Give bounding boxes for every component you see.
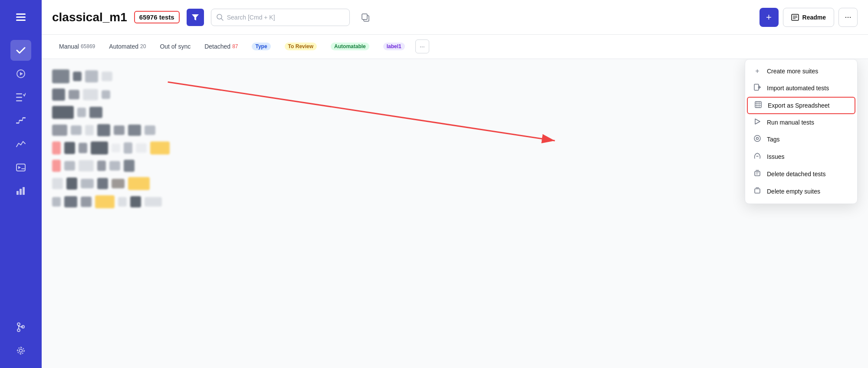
main-content: classical_m1 65976 tests Search [Cmd + K…	[42, 0, 868, 368]
import-tests-item[interactable]: Import automated tests	[745, 79, 857, 97]
tab-more[interactable]: ···	[412, 35, 433, 59]
copy-button[interactable]	[357, 9, 374, 26]
tags-item[interactable]: Tags	[745, 131, 857, 148]
svg-rect-10	[23, 117, 26, 118]
delete-empty-icon	[753, 187, 762, 196]
svg-rect-7	[16, 100, 22, 102]
chart-icon[interactable]	[10, 181, 31, 201]
steps-icon[interactable]	[10, 110, 31, 131]
spreadsheet-icon	[754, 101, 763, 110]
readme-label: Readme	[802, 14, 826, 21]
delete-empty-item[interactable]: Delete empty suites	[745, 183, 857, 200]
svg-rect-6	[16, 97, 22, 98]
search-placeholder: Search [Cmd + K]	[227, 14, 275, 21]
readme-button[interactable]: Readme	[783, 8, 834, 27]
svg-rect-29	[362, 14, 367, 20]
svg-point-20	[17, 329, 20, 332]
content-row	[52, 195, 858, 208]
tabs-bar: Manual 65869 Automated 20 Out of sync De…	[42, 35, 868, 59]
content-row	[52, 89, 858, 101]
play-icon[interactable]	[10, 63, 31, 84]
svg-rect-17	[20, 189, 22, 195]
svg-rect-49	[755, 189, 760, 193]
svg-rect-1	[16, 16, 26, 18]
tab-automated[interactable]: Automated 20	[102, 35, 153, 59]
content-area: + Create more suites Import automated te…	[42, 59, 868, 368]
content-row	[52, 106, 858, 119]
tab-detached[interactable]: Detached 87	[197, 35, 245, 59]
svg-rect-36	[755, 102, 761, 108]
plus-icon: +	[753, 67, 762, 75]
sidebar	[0, 0, 42, 368]
svg-rect-8	[16, 122, 19, 124]
terminal-icon[interactable]	[10, 157, 31, 178]
tab-manual[interactable]: Manual 65869	[52, 35, 102, 59]
issues-item[interactable]: Issues	[745, 148, 857, 165]
tab-label1[interactable]: label1	[376, 35, 412, 59]
analytics-icon[interactable]	[10, 134, 31, 154]
check-icon[interactable]	[10, 40, 31, 61]
branch-icon[interactable]	[10, 317, 31, 338]
export-spreadsheet-item[interactable]: Export as Spreadsheet	[747, 97, 855, 114]
add-button[interactable]: +	[760, 8, 779, 27]
content-row	[52, 141, 858, 154]
menu-icon[interactable]	[10, 7, 31, 28]
tab-type[interactable]: Type	[245, 35, 277, 59]
content-row	[52, 69, 858, 83]
blurred-content	[42, 59, 868, 219]
svg-rect-16	[16, 191, 19, 195]
list-check-icon[interactable]	[10, 87, 31, 108]
content-row	[52, 160, 858, 172]
tab-automatable[interactable]: Automatable	[324, 35, 376, 59]
svg-line-27	[221, 18, 223, 20]
svg-point-43	[756, 138, 759, 140]
svg-marker-4	[20, 72, 23, 76]
delete-detached-icon	[753, 170, 762, 178]
svg-rect-18	[23, 187, 25, 195]
content-row	[52, 124, 858, 136]
content-row	[52, 177, 858, 190]
project-title: classical_m1	[52, 10, 127, 24]
svg-rect-45	[755, 171, 760, 176]
issues-icon	[753, 152, 762, 161]
svg-point-42	[754, 135, 760, 141]
dropdown-menu: + Create more suites Import automated te…	[745, 59, 858, 204]
svg-rect-9	[19, 120, 23, 121]
tab-to-review[interactable]: To Review	[278, 35, 324, 59]
svg-marker-25	[192, 14, 199, 20]
svg-rect-5	[16, 93, 22, 95]
svg-point-24	[18, 348, 24, 354]
test-count-badge[interactable]: 65976 tests	[134, 11, 180, 23]
header-actions: + Readme ···	[760, 8, 858, 27]
tab-out-of-sync[interactable]: Out of sync	[153, 35, 197, 59]
svg-rect-0	[16, 13, 26, 15]
more-button[interactable]: ···	[838, 8, 858, 27]
svg-marker-14	[18, 166, 21, 169]
svg-rect-2	[16, 20, 26, 21]
create-suites-item[interactable]: + Create more suites	[745, 63, 857, 79]
delete-detached-item[interactable]: Delete detached tests	[745, 165, 857, 183]
settings-icon[interactable]	[10, 340, 31, 361]
run-manual-tests-item[interactable]: Run manual tests	[745, 114, 857, 131]
header: classical_m1 65976 tests Search [Cmd + K…	[42, 0, 868, 35]
filter-button[interactable]	[187, 9, 204, 26]
svg-point-23	[20, 349, 23, 352]
tags-icon	[753, 135, 762, 144]
import-icon	[753, 84, 762, 92]
svg-marker-41	[755, 119, 760, 124]
run-icon	[753, 118, 762, 126]
svg-point-19	[17, 323, 20, 325]
search-bar[interactable]: Search [Cmd + K]	[211, 9, 350, 26]
